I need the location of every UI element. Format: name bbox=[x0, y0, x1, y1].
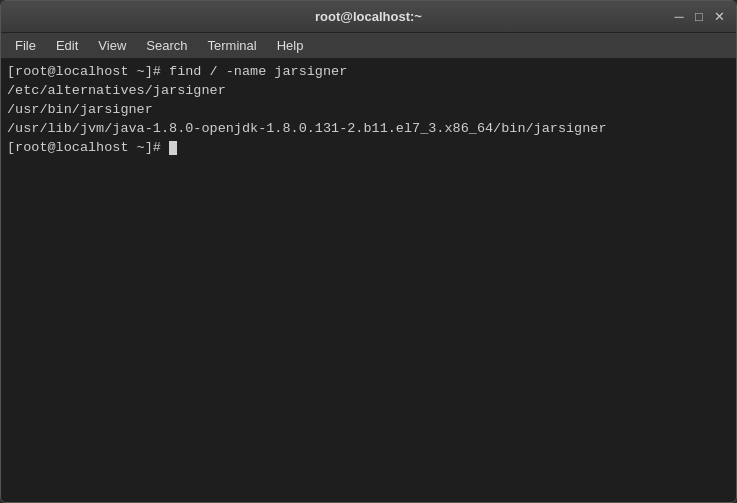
terminal-line-3: /usr/lib/jvm/java-1.8.0-openjdk-1.8.0.13… bbox=[7, 120, 730, 139]
window-controls: ─ □ ✕ bbox=[666, 10, 726, 24]
terminal-line-2: /usr/bin/jarsigner bbox=[7, 101, 730, 120]
title-bar: root@localhost:~ ─ □ ✕ bbox=[1, 1, 736, 33]
minimize-button[interactable]: ─ bbox=[672, 10, 686, 24]
menu-bar: File Edit View Search Terminal Help bbox=[1, 33, 736, 59]
menu-edit[interactable]: Edit bbox=[46, 36, 88, 55]
menu-terminal[interactable]: Terminal bbox=[198, 36, 267, 55]
close-button[interactable]: ✕ bbox=[712, 10, 726, 24]
terminal-prompt-line: [root@localhost ~]# bbox=[7, 139, 730, 158]
menu-file[interactable]: File bbox=[5, 36, 46, 55]
terminal-window: root@localhost:~ ─ □ ✕ File Edit View Se… bbox=[0, 0, 737, 503]
menu-help[interactable]: Help bbox=[267, 36, 314, 55]
menu-view[interactable]: View bbox=[88, 36, 136, 55]
menu-search[interactable]: Search bbox=[136, 36, 197, 55]
terminal-line-1: /etc/alternatives/jarsigner bbox=[7, 82, 730, 101]
terminal-line-0: [root@localhost ~]# find / -name jarsign… bbox=[7, 63, 730, 82]
terminal-body[interactable]: [root@localhost ~]# find / -name jarsign… bbox=[1, 59, 736, 502]
maximize-button[interactable]: □ bbox=[692, 10, 706, 24]
window-title: root@localhost:~ bbox=[71, 9, 666, 24]
terminal-cursor bbox=[169, 141, 177, 155]
